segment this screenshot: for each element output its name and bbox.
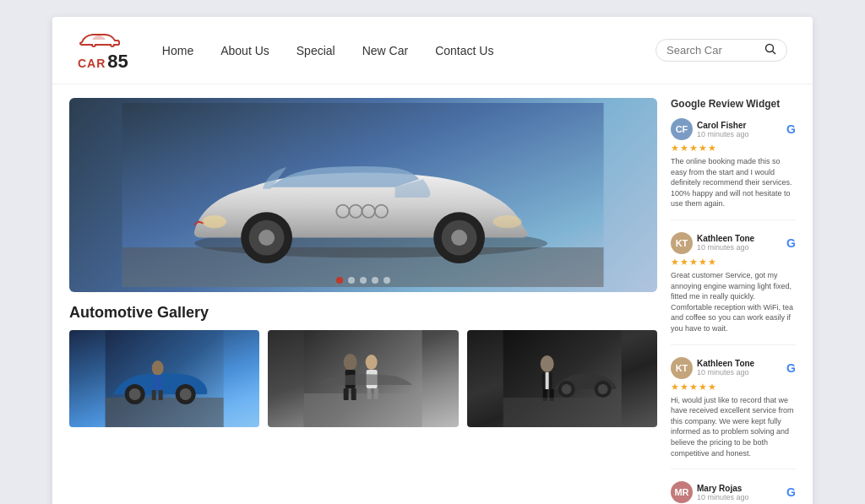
avatar-1: CF bbox=[671, 118, 693, 140]
gallery-title: Automotive Gallery bbox=[69, 304, 657, 322]
avatar-3: KT bbox=[671, 357, 693, 379]
review-text-1: The online booking made this so easy fro… bbox=[671, 156, 796, 209]
reviewer-name-3: Kathleen Tone bbox=[697, 359, 754, 368]
svg-rect-24 bbox=[154, 375, 162, 390]
review-card-1: CF Carol Fisher 10 minutes ago G ★★★★★ T… bbox=[671, 118, 796, 220]
reviewer-info-1: CF Carol Fisher 10 minutes ago bbox=[671, 118, 749, 140]
carousel-dots bbox=[336, 277, 390, 284]
svg-rect-18 bbox=[106, 398, 224, 427]
widget-title: Google Review Widget bbox=[671, 98, 796, 110]
gallery-item-3[interactable] bbox=[467, 330, 657, 427]
dot-1[interactable] bbox=[336, 277, 343, 284]
main-content: Automotive Gallery bbox=[52, 84, 813, 504]
header: CAR 85 Home About Us Special New Car Con… bbox=[52, 17, 813, 84]
stars-2: ★★★★★ bbox=[671, 257, 796, 268]
hero-car-svg bbox=[84, 103, 642, 288]
svg-rect-32 bbox=[351, 388, 356, 400]
svg-rect-47 bbox=[503, 398, 621, 427]
logo-num-text: 85 bbox=[107, 51, 128, 73]
svg-point-29 bbox=[344, 354, 357, 371]
reviewer-name-2: Kathleen Tone bbox=[697, 234, 754, 243]
reviewer-time-2: 10 minutes ago bbox=[697, 243, 754, 252]
svg-point-7 bbox=[259, 230, 275, 246]
svg-point-41 bbox=[597, 384, 607, 394]
stars-1: ★★★★★ bbox=[671, 143, 796, 154]
search-button[interactable] bbox=[764, 43, 776, 57]
review-card-2: KT Kathleen Tone 10 minutes ago G ★★★★★ … bbox=[671, 232, 796, 345]
svg-rect-25 bbox=[152, 390, 156, 400]
svg-point-33 bbox=[366, 355, 378, 370]
reviewer-info-3: KT Kathleen Tone 10 minutes ago bbox=[671, 357, 754, 379]
dot-2[interactable] bbox=[348, 277, 355, 284]
nav-contact[interactable]: Contact Us bbox=[435, 44, 493, 57]
svg-point-10 bbox=[452, 230, 468, 246]
gallery-item-1[interactable] bbox=[69, 330, 259, 427]
gallery-img-1-svg bbox=[69, 330, 259, 427]
reviewer-time-3: 10 minutes ago bbox=[697, 368, 754, 377]
search-area bbox=[656, 39, 787, 62]
review-card-4: MR Mary Rojas 10 minutes ago G ★★★★★ It'… bbox=[671, 481, 796, 504]
reviewer-time-4: 10 minutes ago bbox=[697, 493, 749, 501]
google-logo-1: G bbox=[786, 122, 796, 136]
reviewer-name-4: Mary Rojas bbox=[697, 484, 749, 493]
svg-rect-44 bbox=[545, 372, 548, 389]
svg-point-15 bbox=[203, 215, 227, 228]
review-text-3: Hi, would just like to record that we ha… bbox=[671, 395, 796, 459]
right-sidebar: Google Review Widget CF Carol Fisher 10 … bbox=[671, 98, 796, 504]
search-input[interactable] bbox=[666, 44, 759, 57]
google-logo-3: G bbox=[786, 361, 796, 375]
gallery-img-2-svg bbox=[268, 330, 458, 427]
svg-rect-26 bbox=[159, 390, 163, 400]
review-text-2: Great customer Service, got my annoying … bbox=[671, 270, 796, 334]
svg-rect-35 bbox=[367, 388, 372, 399]
svg-rect-31 bbox=[344, 388, 349, 400]
avatar-2: KT bbox=[671, 232, 693, 254]
nav-about[interactable]: About Us bbox=[220, 44, 269, 57]
svg-point-0 bbox=[766, 45, 774, 52]
svg-rect-28 bbox=[304, 393, 422, 427]
search-icon bbox=[764, 43, 776, 55]
svg-point-16 bbox=[493, 215, 522, 228]
review-card-3: KT Kathleen Tone 10 minutes ago G ★★★★★ … bbox=[671, 357, 796, 470]
left-column: Automotive Gallery bbox=[69, 98, 657, 504]
svg-line-1 bbox=[773, 51, 776, 55]
nav-special[interactable]: Special bbox=[296, 44, 335, 57]
svg-point-23 bbox=[152, 360, 164, 376]
svg-point-22 bbox=[180, 388, 192, 400]
dot-5[interactable] bbox=[384, 277, 390, 284]
logo-car-icon bbox=[78, 29, 120, 47]
google-logo-4: G bbox=[786, 485, 796, 499]
svg-point-42 bbox=[540, 355, 553, 372]
gallery-img-3-svg bbox=[467, 330, 657, 427]
svg-rect-36 bbox=[374, 388, 378, 399]
google-logo-2: G bbox=[786, 236, 796, 250]
stars-3: ★★★★★ bbox=[671, 382, 796, 393]
dot-4[interactable] bbox=[372, 277, 378, 284]
nav-newcar[interactable]: New Car bbox=[362, 44, 408, 57]
svg-point-39 bbox=[561, 384, 571, 394]
main-nav: Home About Us Special New Car Contact Us bbox=[162, 44, 656, 57]
reviewer-info-2: KT Kathleen Tone 10 minutes ago bbox=[671, 232, 754, 254]
gallery-grid bbox=[69, 330, 657, 427]
svg-point-20 bbox=[129, 388, 141, 400]
gallery-item-2[interactable] bbox=[268, 330, 458, 427]
dot-3[interactable] bbox=[360, 277, 367, 284]
nav-home[interactable]: Home bbox=[162, 44, 193, 57]
reviewer-name-1: Carol Fisher bbox=[697, 121, 749, 130]
reviewer-time-1: 10 minutes ago bbox=[697, 130, 749, 138]
reviewer-info-4: MR Mary Rojas 10 minutes ago bbox=[671, 481, 749, 503]
hero-image bbox=[69, 98, 657, 292]
avatar-4: MR bbox=[671, 481, 693, 503]
logo-link[interactable]: CAR 85 bbox=[78, 29, 128, 73]
logo-car-text: CAR bbox=[78, 57, 106, 70]
